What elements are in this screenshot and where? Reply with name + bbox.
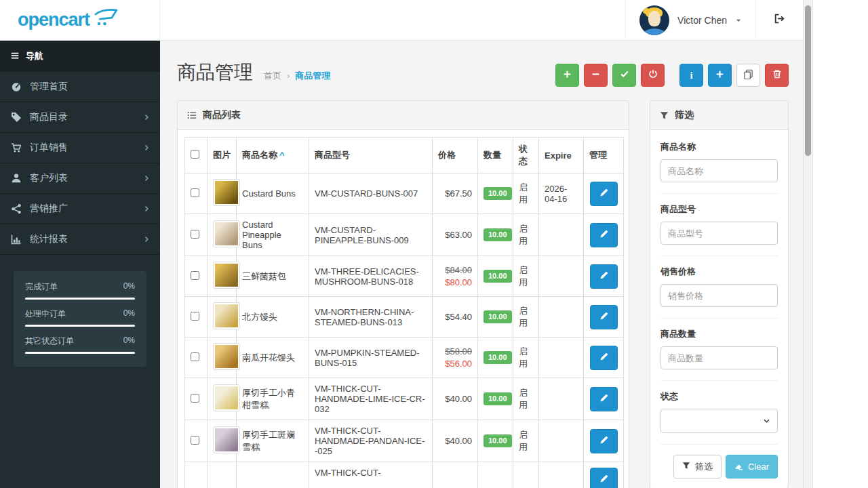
row-checkbox[interactable] [191,394,199,403]
sidebar-item-dashboard[interactable]: 管理首页 [0,72,160,102]
col-expire: Expire [539,138,584,174]
bar-chart-icon [10,234,22,245]
table-row: 三鲜菌菇包 VM-THREE-DELICACIES-MUSHROOM-BUNS-… [185,256,624,297]
enable-button[interactable] [612,64,636,87]
row-checkbox[interactable] [191,436,199,445]
check-icon [620,69,629,81]
sidebar-item-label: 商品目录 [30,111,68,123]
col-image: 图片 [208,138,237,174]
product-table: 图片 商品名称^ 商品型号 价格 数量 状态 Expire 管理 [184,137,624,488]
pencil-icon [599,188,608,199]
table-row: 南瓜开花馒头 VM-PUMPKIN-STEAMED-BUNS-015 $58.0… [185,338,624,378]
page-title: 商品管理 [177,60,253,85]
delete-button[interactable] [765,64,789,87]
progress-bar [25,298,135,300]
edit-button[interactable] [590,182,618,206]
edit-button[interactable] [590,223,618,247]
row-checkbox[interactable] [191,312,199,321]
product-model: VM-CUSTARD-PINEAPPLE-BUNS-009 [309,214,433,256]
filter-model-input[interactable] [660,222,778,245]
filter-qty-input[interactable] [660,346,778,369]
disable-button[interactable] [641,64,665,87]
filter-group-qty: 商品数量 [660,319,778,381]
filter-status-label: 状态 [660,390,778,403]
filter-apply-button[interactable]: 筛选 [673,455,722,479]
filter-buttons: 筛选 Clear [660,445,778,479]
filter-price-input[interactable] [660,284,778,307]
sidebar-nav-header[interactable]: 导航 [0,41,160,72]
col-qty-sort[interactable]: 数量 [478,138,513,174]
sidebar-item-catalog[interactable]: 商品目录 [0,102,160,133]
filter-apply-label: 筛选 [695,461,713,473]
product-name: 三鲜菌菇包 [237,256,309,297]
table-row: 厚切手工斑斓雪糕 VM-THICK-CUT-HANDMADE-PANDAN-IC… [185,420,624,462]
cart-logo-icon [94,8,118,29]
col-status-sort[interactable]: 状态 [513,138,539,174]
sidebar-item-label: 管理首页 [30,81,68,93]
filter-name-label: 商品名称 [660,141,778,153]
filter-name-input[interactable] [660,159,778,182]
row-checkbox[interactable] [191,230,199,239]
copy-button[interactable] [736,64,760,87]
dashboard-icon [10,81,22,92]
edit-button[interactable] [590,387,618,411]
topbar-spacer [160,0,625,40]
add-button[interactable] [555,64,579,87]
breadcrumb-home[interactable]: 首页 [264,70,281,82]
filter-qty-label: 商品数量 [660,328,778,340]
power-icon [648,69,658,81]
product-status: 启用 [513,256,539,297]
table-header-row: 图片 商品名称^ 商品型号 价格 数量 状态 Expire 管理 [185,138,624,174]
chevron-right-icon [143,175,150,182]
product-model: VM-THICK-CUT-HANDMADE-LIME-ICE-CR-032 [309,378,433,420]
edit-button[interactable] [590,429,618,453]
col-name-sort[interactable]: 商品名称^ [237,138,309,174]
eraser-icon [734,462,743,472]
product-status [513,462,539,488]
product-price: $40.00 [438,393,472,405]
breadcrumb-current[interactable]: 商品管理 [295,70,330,82]
page-header: 商品管理 首页 › 商品管理 [160,41,803,100]
product-status: 启用 [513,420,539,462]
add-new-button[interactable] [708,64,732,87]
edit-button[interactable] [590,264,618,289]
sidebar-item-customers[interactable]: 客户列表 [0,163,160,194]
sidebar-item-marketing[interactable]: 营销推广 [0,194,160,224]
row-checkbox[interactable] [191,188,199,197]
col-model-sort[interactable]: 商品型号 [309,138,433,174]
plus-icon [563,69,572,81]
row-checkbox[interactable] [191,271,199,280]
table-row: Custard Buns VM-CUSTARD-BUNS-007 $67.50 … [185,174,624,214]
sidebar-item-reports[interactable]: 统计报表 [0,224,160,255]
edit-button[interactable] [590,346,618,370]
col-price-sort[interactable]: 价格 [433,138,478,174]
product-expire [539,420,584,462]
breadcrumb: 首页 › 商品管理 [264,70,330,82]
product-expire: 2026-04-16 [539,174,584,214]
user-menu[interactable]: Victor Chen [625,0,755,40]
edit-button[interactable] [590,305,618,329]
status-select[interactable] [660,409,778,433]
filter-model-label: 商品型号 [660,203,778,216]
content-row: 商品列表 图片 商品名称^ 商品型号 价格 [160,100,803,488]
remove-button[interactable] [584,64,608,87]
tags-icon [10,112,22,123]
edit-button[interactable] [590,468,618,488]
product-name: 厚切手工小青柑雪糕 [237,378,309,420]
logout-button[interactable] [755,0,803,40]
scrollbar-thumb[interactable] [805,5,811,156]
info-button[interactable]: i [679,64,703,87]
row-checkbox[interactable] [191,352,199,361]
filter-group-model: 商品型号 [660,194,778,256]
product-thumbnail [213,179,240,206]
filter-clear-button[interactable]: Clear [726,455,778,479]
chevron-right-icon [143,144,150,151]
sidebar-item-sales[interactable]: 订单销售 [0,133,160,163]
progress-value: 0% [123,336,135,347]
quantity-badge: 10.00 [484,392,512,405]
minus-icon [591,69,600,81]
select-all-checkbox[interactable] [191,150,199,159]
table-row: 北方馒头 VM-NORTHERN-CHINA-STEAMED-BUNS-013 … [185,297,624,338]
brand-logo[interactable]: opencart [0,0,160,40]
product-price: $54.40 [438,311,472,323]
